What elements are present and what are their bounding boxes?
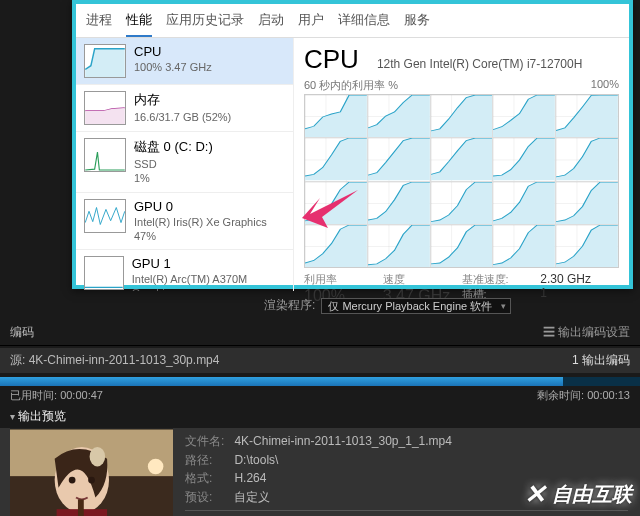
file-name: 4K-Chimei-inn-2011-1013_30p_1_1.mp4 <box>234 434 451 448</box>
performance-list: CPU 100% 3.47 GHz 内存 16.6/31.7 GB (52%) … <box>76 38 294 291</box>
list-item-disk0[interactable]: 磁盘 0 (C: D:) SSD 1% <box>76 132 293 193</box>
file-fmt: H.264 <box>234 471 266 485</box>
list-item-gpu0[interactable]: GPU 0 Intel(R) Iris(R) Xe Graphics 47% <box>76 193 293 251</box>
detail-caption-right: 100% <box>591 78 619 93</box>
gpu1-spark-icon <box>84 256 124 290</box>
list-disk-sub1: SSD <box>134 157 213 171</box>
list-mem-title: 内存 <box>134 91 231 109</box>
cpu-core-cell <box>431 182 493 224</box>
list-disk-sub2: 1% <box>134 171 213 185</box>
list-mem-sub: 16.6/31.7 GB (52%) <box>134 110 231 124</box>
tab-startup[interactable]: 启动 <box>258 7 284 37</box>
list-cpu-sub: 100% 3.47 GHz <box>134 60 212 74</box>
cpu-core-cell <box>493 95 555 137</box>
cpu-core-cell <box>305 225 367 267</box>
detail-cpu-name: 12th Gen Intel(R) Core(TM) i7-12700H <box>377 57 582 71</box>
cpu-core-cell <box>431 138 493 180</box>
cpu-core-cell <box>431 225 493 267</box>
cpu-core-cell <box>368 225 430 267</box>
svg-point-4 <box>88 477 95 484</box>
cpu-core-cell <box>493 225 555 267</box>
watermark-x-icon: ✕ <box>524 479 546 510</box>
svg-point-5 <box>90 447 106 466</box>
cpu-core-cell <box>556 95 618 137</box>
file-path: D:\tools\ <box>234 453 278 467</box>
disk-spark-icon <box>84 138 126 172</box>
list-gpu0-sub1: Intel(R) Iris(R) Xe Graphics <box>134 215 267 229</box>
list-disk-title: 磁盘 0 (C: D:) <box>134 138 213 156</box>
progress-fill <box>0 377 563 386</box>
elapsed-label: 已用时间: <box>10 389 57 401</box>
encode-label: 编码 <box>10 325 34 339</box>
preview-thumbnail <box>10 428 173 516</box>
remain-value: 00:00:13 <box>587 389 630 401</box>
tab-performance[interactable]: 性能 <box>126 7 152 37</box>
encode-settings-button[interactable]: ☰ 输出编码设置 <box>543 324 630 341</box>
source-output-count: 1 输出编码 <box>572 352 630 369</box>
speed-label: 速度 <box>383 272 462 287</box>
cpu-core-cell <box>368 138 430 180</box>
base-label: 基准速度: <box>462 272 541 287</box>
cpu-core-cell <box>556 138 618 180</box>
cpu-core-cell <box>493 182 555 224</box>
renderer-label: 渲染程序: <box>264 297 315 314</box>
cpu-core-cell <box>556 225 618 267</box>
remain-label: 剩余时间: <box>537 389 584 401</box>
output-preview-header[interactable]: 输出预览 <box>0 405 640 428</box>
source-name: 4K-Chimei-inn-2011-1013_30p.mp4 <box>29 353 220 367</box>
cpu-spark-icon <box>84 44 126 78</box>
list-gpu1-title: GPU 1 <box>132 256 285 271</box>
file-path-label: 路径: <box>185 451 231 470</box>
source-label: 源: <box>10 353 25 367</box>
list-gpu1-sub1: Intel(R) Arc(TM) A370M Graphics <box>132 272 285 291</box>
list-item-gpu1[interactable]: GPU 1 Intel(R) Arc(TM) A370M Graphics 0% <box>76 250 293 291</box>
svg-point-3 <box>69 477 76 484</box>
watermark: ✕自由互联 <box>524 479 632 510</box>
file-name-label: 文件名: <box>185 432 231 451</box>
cpu-core-cell <box>368 182 430 224</box>
cpu-core-cell <box>305 182 367 224</box>
memory-spark-icon <box>84 91 126 125</box>
file-preset: 自定义 <box>234 490 270 504</box>
detail-cpu-label: CPU <box>304 44 359 75</box>
taskmgr-tabs: 进程 性能 应用历史记录 启动 用户 详细信息 服务 <box>76 4 629 38</box>
tab-users[interactable]: 用户 <box>298 7 324 37</box>
cpu-core-cell <box>556 182 618 224</box>
util-label: 利用率 <box>304 272 383 287</box>
list-gpu0-sub2: 47% <box>134 229 267 243</box>
cpu-core-cell <box>493 138 555 180</box>
list-item-memory[interactable]: 内存 16.6/31.7 GB (52%) <box>76 85 293 132</box>
tab-processes[interactable]: 进程 <box>86 7 112 37</box>
tab-services[interactable]: 服务 <box>404 7 430 37</box>
task-manager-window: 进程 性能 应用历史记录 启动 用户 详细信息 服务 CPU 100% 3.47… <box>72 0 633 289</box>
detail-caption-left: 60 秒内的利用率 % <box>304 78 398 93</box>
cpu-core-cell <box>368 95 430 137</box>
svg-point-8 <box>148 459 164 475</box>
cpu-core-cell <box>305 95 367 137</box>
elapsed-value: 00:00:47 <box>60 389 103 401</box>
encode-progress-bar[interactable] <box>0 377 640 386</box>
tab-details[interactable]: 详细信息 <box>338 7 390 37</box>
file-preset-label: 预设: <box>185 488 231 507</box>
list-gpu0-title: GPU 0 <box>134 199 267 214</box>
list-cpu-title: CPU <box>134 44 212 59</box>
file-fmt-label: 格式: <box>185 469 231 488</box>
renderer-select[interactable]: 仅 Mercury Playback Engine 软件 <box>321 298 511 314</box>
gpu0-spark-icon <box>84 199 126 233</box>
tab-app-history[interactable]: 应用历史记录 <box>166 7 244 37</box>
cpu-core-grid <box>304 94 619 268</box>
cpu-core-cell <box>431 95 493 137</box>
list-item-cpu[interactable]: CPU 100% 3.47 GHz <box>76 38 293 85</box>
svg-rect-7 <box>78 499 84 516</box>
cpu-core-cell <box>305 138 367 180</box>
base-value: 2.30 GHz <box>540 272 619 286</box>
